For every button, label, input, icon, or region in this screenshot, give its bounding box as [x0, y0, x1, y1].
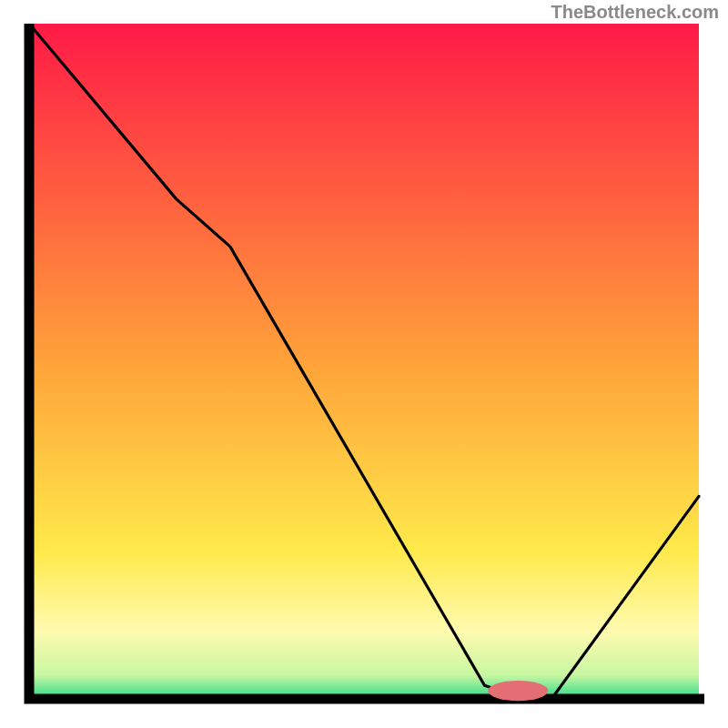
watermark-text: TheBottleneck.com — [551, 2, 719, 23]
bottleneck-chart — [24, 24, 704, 704]
optimal-marker — [488, 681, 548, 701]
plot-gradient-background — [29, 24, 699, 699]
chart-frame — [24, 24, 704, 704]
